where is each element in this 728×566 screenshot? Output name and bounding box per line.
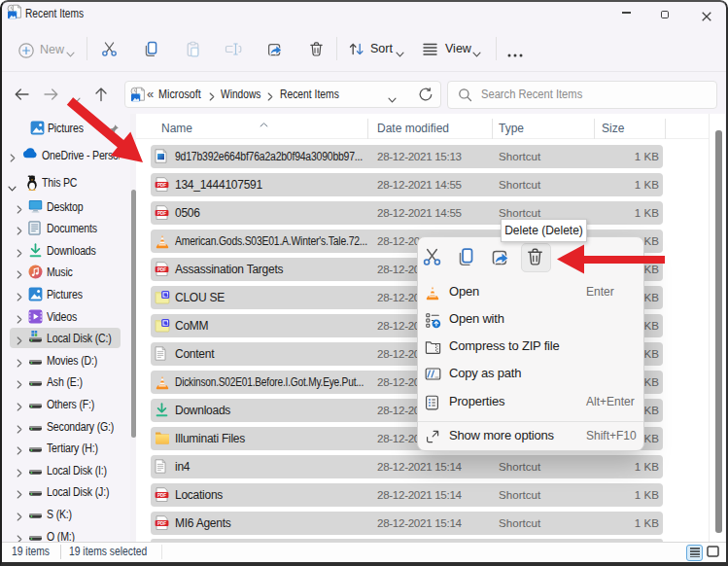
svg-text:PDF: PDF: [157, 493, 166, 498]
svg-text:PDF: PDF: [157, 521, 166, 526]
svg-text:PDF: PDF: [157, 211, 166, 216]
svg-text:PDF: PDF: [157, 183, 166, 188]
svg-text:PDF: PDF: [157, 267, 166, 272]
